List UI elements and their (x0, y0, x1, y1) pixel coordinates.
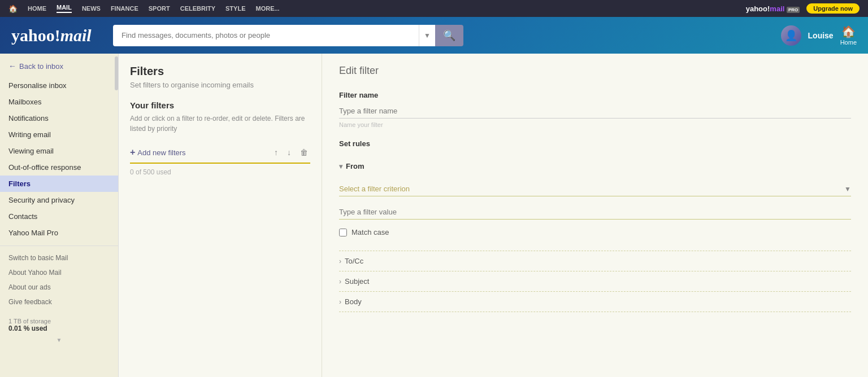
body-section: › Body (339, 292, 851, 312)
nav-news[interactable]: NEWS (82, 5, 101, 12)
scrollbar-thumb[interactable] (115, 56, 118, 90)
criterion-dropdown-icon: ▼ (844, 185, 851, 193)
subject-label: Subject (345, 277, 369, 286)
home-label: Home (840, 39, 857, 46)
set-rules-label: Set rules (339, 139, 851, 148)
search-submit-button[interactable]: 🔍 (435, 25, 463, 46)
home-icon-nav: 🏠 (8, 5, 18, 13)
scrollbar (115, 54, 118, 377)
sidebar-item-writing[interactable]: Writing email (0, 126, 118, 143)
sidebar-item-contacts[interactable]: Contacts (0, 208, 118, 225)
user-name[interactable]: Louise (808, 31, 834, 40)
add-filter-label: Add new filters (137, 148, 185, 157)
home-icon: 🏠 (841, 25, 856, 38)
filter-value-input[interactable] (339, 205, 851, 220)
filters-subtitle: Set filters to organise incoming emails (130, 81, 310, 89)
sidebar-divider (0, 246, 118, 246)
filters-title: Filters (130, 65, 310, 78)
search-input[interactable] (113, 25, 419, 46)
from-chevron-down-icon: ▾ (339, 163, 342, 170)
filter-name-field: Filter name Name your filter (339, 91, 851, 128)
content-area: Filters Set filters to organise incoming… (119, 54, 868, 377)
nav-more[interactable]: MORE... (255, 5, 279, 12)
to-cc-chevron-right-icon: › (339, 257, 341, 265)
your-filters-title: Your filters (130, 100, 310, 110)
edit-filter-title: Edit filter (339, 65, 851, 77)
subject-chevron-right-icon: › (339, 278, 341, 286)
add-new-filters-button[interactable]: + Add new filters (130, 147, 186, 157)
storage-text: 1 TB of storage (8, 318, 110, 325)
edit-filter-panel: Edit filter Filter name Name your filter… (322, 54, 868, 377)
top-nav: 🏠 HOME MAIL NEWS FINANCE SPORT CELEBRITY… (0, 0, 868, 17)
sidebar-item-basic-mail[interactable]: Switch to basic Mail (0, 251, 118, 265)
filter-criterion-select[interactable]: Select a filter criterion ▼ (339, 182, 851, 196)
move-down-button[interactable]: ↓ (285, 147, 293, 158)
filter-actions-bar: + Add new filters ↑ ↓ 🗑 (130, 142, 310, 164)
to-cc-section-header[interactable]: › To/Cc (339, 254, 851, 268)
sidebar-item-about-yahoo[interactable]: About Yahoo Mail (0, 265, 118, 280)
from-label: From (346, 162, 364, 170)
subject-section-header[interactable]: › Subject (339, 274, 851, 288)
back-arrow-icon: ← (8, 62, 16, 71)
body-label: Body (345, 297, 362, 306)
delete-filter-button[interactable]: 🗑 (298, 147, 310, 158)
match-case-checkbox[interactable] (339, 229, 347, 236)
yahoo-mail-logo: yahoo!mail (11, 26, 102, 45)
filter-name-hint: Name your filter (339, 121, 851, 128)
home-link[interactable]: 🏠 Home (840, 25, 857, 46)
body-section-header[interactable]: › Body (339, 295, 851, 309)
sidebar-item-pro[interactable]: Yahoo Mail Pro (0, 225, 118, 241)
plus-icon: + (130, 147, 135, 157)
filter-criterion-label: Select a filter criterion (339, 185, 841, 193)
filter-name-label: Filter name (339, 91, 851, 99)
sidebar-footer-nav: Switch to basic Mail About Yahoo Mail Ab… (0, 251, 118, 309)
avatar[interactable]: 👤 (781, 25, 801, 46)
storage-used: 0.01 % used (8, 325, 110, 332)
back-to-inbox-link[interactable]: ← Back to inbox (0, 58, 118, 77)
to-cc-label: To/Cc (345, 257, 363, 265)
nav-home[interactable]: HOME (28, 5, 46, 12)
subject-section: › Subject (339, 271, 851, 292)
from-section: ▾ From Select a filter criterion ▼ Match… (339, 156, 851, 251)
filters-panel: Filters Set filters to organise incoming… (119, 54, 322, 377)
nav-finance[interactable]: FINANCE (111, 5, 138, 12)
match-case-label: Match case (351, 228, 389, 236)
sidebar-item-personalise[interactable]: Personalise inbox (0, 77, 118, 94)
search-dropdown-button[interactable]: ▼ (419, 25, 435, 46)
nav-sport[interactable]: SPORT (149, 5, 170, 12)
sidebar-item-feedback[interactable]: Give feedback (0, 295, 118, 309)
your-filters-desc: Add or click on a filter to re-order, ed… (130, 113, 310, 134)
filter-actions-right: ↑ ↓ 🗑 (272, 147, 310, 158)
nav-mail[interactable]: MAIL (57, 4, 72, 13)
search-bar: ▼ 🔍 (113, 25, 463, 46)
filters-used-count: 0 of 500 used (130, 164, 310, 181)
upgrade-now-button[interactable]: Upgrade now (806, 3, 860, 14)
back-to-inbox-label: Back to inbox (19, 62, 63, 71)
header-right: 👤 Louise 🏠 Home (781, 25, 857, 46)
nav-celebrity[interactable]: CELEBRITY (180, 5, 215, 12)
from-rule-content: Select a filter criterion ▼ Match case (339, 173, 851, 242)
sidebar: ← Back to inbox Personalise inbox Mailbo… (0, 54, 119, 377)
sidebar-item-viewing[interactable]: Viewing email (0, 143, 118, 159)
move-up-button[interactable]: ↑ (272, 147, 280, 158)
sidebar-nav: Personalise inbox Mailboxes Notification… (0, 77, 118, 241)
match-case-row: Match case (339, 225, 851, 239)
nav-style[interactable]: STYLE (225, 5, 245, 12)
filter-name-input[interactable] (339, 104, 851, 119)
sidebar-item-about-ads[interactable]: About our ads (0, 280, 118, 295)
header: yahoo!mail ▼ 🔍 👤 Louise 🏠 Home (0, 17, 868, 54)
storage-info: 1 TB of storage 0.01 % used (0, 309, 118, 337)
yahoo-mail-pro-logo: yahoo!mail PRO (746, 5, 800, 13)
sidebar-item-security[interactable]: Security and privacy (0, 192, 118, 208)
to-cc-section: › To/Cc (339, 251, 851, 271)
sidebar-item-oor[interactable]: Out-of-office response (0, 159, 118, 176)
sidebar-item-mailboxes[interactable]: Mailboxes (0, 94, 118, 110)
sidebar-item-notifications[interactable]: Notifications (0, 110, 118, 126)
from-section-header[interactable]: ▾ From (339, 159, 851, 173)
scroll-down-indicator[interactable]: ▼ (0, 337, 118, 346)
sidebar-item-filters[interactable]: Filters (0, 176, 118, 192)
body-chevron-right-icon: › (339, 298, 341, 306)
